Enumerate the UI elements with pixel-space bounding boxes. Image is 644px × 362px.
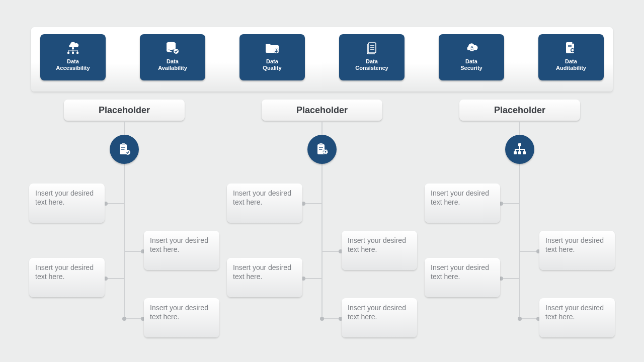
svg-rect-3: [76, 52, 78, 54]
tile-label: DataSecurity: [460, 58, 482, 71]
cloud-network-icon: [65, 40, 80, 55]
connector-dot: [320, 317, 324, 321]
connector-hline: [323, 318, 341, 319]
svg-rect-7: [77, 51, 77, 52]
folder-arrow-icon: [265, 40, 280, 55]
cloud-lock-icon: [464, 40, 479, 55]
document-lines-icon: [366, 40, 378, 55]
connector-hline: [323, 251, 341, 252]
tile-consistency: DataConsistency: [339, 34, 405, 80]
connector-hline: [106, 278, 124, 279]
svg-rect-46: [518, 151, 521, 154]
svg-line-41: [327, 153, 328, 154]
column-title-2: Placeholder: [262, 100, 382, 121]
svg-rect-6: [68, 51, 68, 52]
text-box: Insert your desired text here.: [29, 258, 105, 297]
svg-rect-1: [67, 52, 69, 54]
clipboard-gear-icon: [314, 142, 330, 157]
database-check-icon: [166, 40, 180, 55]
text-box: Insert your desired text here.: [227, 184, 302, 223]
column-title-3: Placeholder: [459, 100, 580, 121]
svg-rect-52: [524, 149, 525, 151]
svg-rect-47: [523, 151, 526, 154]
connector-hline: [125, 251, 143, 252]
text-box: Insert your desired text here.: [425, 184, 500, 223]
svg-rect-45: [514, 151, 517, 154]
tile-availability: DataAvailability: [140, 34, 205, 80]
tile-label: DataAvailability: [158, 58, 187, 71]
svg-rect-50: [515, 149, 516, 151]
column-icon-3: [505, 135, 534, 164]
column-title-1: Placeholder: [64, 100, 185, 121]
column-icon-2: [307, 135, 337, 164]
svg-rect-48: [519, 146, 520, 149]
svg-line-40: [324, 150, 324, 150]
svg-line-42: [327, 150, 328, 150]
tile-label: DataAuditability: [556, 58, 586, 71]
svg-rect-0: [72, 47, 74, 49]
svg-point-35: [325, 151, 327, 153]
svg-point-18: [471, 49, 472, 50]
top-tile-bar: DataAccessibility DataAvailability DataQ…: [31, 27, 613, 92]
text-box: Insert your desired text here.: [539, 298, 615, 337]
connector-hline: [106, 203, 124, 204]
column-icon-1: [110, 135, 139, 164]
tile-auditability: DataAuditability: [538, 34, 604, 80]
svg-rect-25: [122, 143, 125, 145]
svg-line-43: [324, 153, 324, 154]
text-box: Insert your desired text here.: [29, 184, 105, 223]
connector-dot: [122, 317, 126, 321]
tile-label: DataAccessibility: [56, 58, 90, 71]
tile-label: DataQuality: [263, 58, 281, 71]
connector-hline: [303, 203, 321, 204]
svg-rect-44: [518, 143, 521, 146]
text-box: Insert your desired text here.: [227, 258, 302, 297]
connector-hline: [125, 318, 143, 319]
svg-rect-51: [519, 149, 520, 151]
tile-quality: DataQuality: [239, 34, 305, 80]
svg-rect-2: [72, 52, 74, 54]
svg-rect-12: [368, 43, 376, 53]
svg-line-22: [574, 52, 576, 54]
connector-hline: [520, 251, 538, 252]
connector-dot: [518, 317, 522, 321]
clipboard-check-icon: [117, 142, 132, 157]
tile-label: DataConsistency: [355, 58, 388, 71]
document-search-icon: [565, 40, 578, 55]
text-box: Insert your desired text here.: [539, 231, 615, 270]
text-box: Insert your desired text here.: [144, 298, 219, 337]
svg-rect-31: [319, 143, 323, 145]
connector-hline: [303, 278, 321, 279]
org-chart-icon: [512, 142, 527, 156]
text-box: Insert your desired text here.: [144, 231, 219, 270]
text-box: Insert your desired text here.: [425, 258, 500, 297]
connector-hline: [501, 278, 519, 279]
tile-security: DataSecurity: [439, 34, 504, 80]
connector-hline: [501, 203, 519, 204]
tile-accessibility: DataAccessibility: [40, 34, 106, 80]
svg-rect-5: [72, 49, 73, 52]
text-box: Insert your desired text here.: [342, 298, 417, 337]
connector-hline: [520, 318, 538, 319]
text-box: Insert your desired text here.: [342, 231, 417, 270]
slide-canvas: DataAccessibility DataAvailability DataQ…: [0, 0, 644, 362]
